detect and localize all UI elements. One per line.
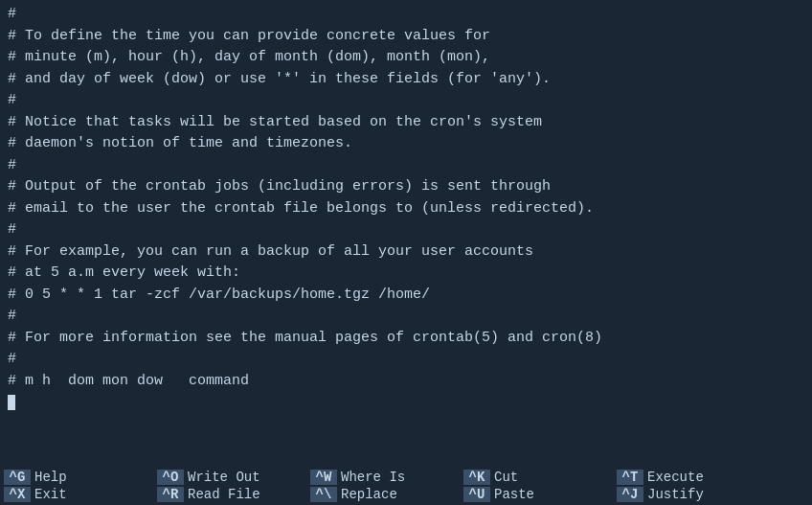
editor-line-0: # xyxy=(8,4,804,26)
shortcut-label: Write Out xyxy=(188,470,260,485)
editor-line-5: # Notice that tasks will be started base… xyxy=(8,112,804,134)
shortcut-key: ^U xyxy=(463,487,490,502)
shortcut-item-cut[interactable]: ^KCut xyxy=(460,469,613,486)
editor-line-2: # minute (m), hour (h), day of month (do… xyxy=(8,47,804,69)
editor-line-4: # xyxy=(8,90,804,112)
editor-line-8: # Output of the crontab jobs (including … xyxy=(8,176,804,198)
shortcut-label: Execute xyxy=(647,470,704,485)
editor-line-6: # daemon's notion of time and timezones. xyxy=(8,133,804,155)
editor-line-15: # For more information see the manual pa… xyxy=(8,328,804,350)
shortcut-key: ^J xyxy=(617,487,643,502)
shortcut-label: Help xyxy=(34,470,67,485)
editor-line-1: # To define the time you can provide con… xyxy=(8,26,804,48)
shortcut-item-execute[interactable]: ^TExecute xyxy=(613,469,766,486)
shortcut-key: ^O xyxy=(157,470,184,485)
editor-line-18 xyxy=(8,392,804,414)
editor-line-11: # For example, you can run a backup of a… xyxy=(8,241,804,264)
shortcut-row-2: ^XExit^RRead File^\Replace^UPaste^JJusti… xyxy=(0,486,812,503)
shortcut-bar: ^GHelp^OWrite Out^WWhere Is^KCut^TExecut… xyxy=(0,467,812,505)
shortcut-label: Cut xyxy=(494,470,518,485)
shortcut-key: ^K xyxy=(463,470,490,485)
shortcut-item-write-out[interactable]: ^OWrite Out xyxy=(153,469,306,486)
shortcut-row-1: ^GHelp^OWrite Out^WWhere Is^KCut^TExecut… xyxy=(0,469,812,486)
editor-line-17: # m h dom mon dow command xyxy=(8,371,804,393)
shortcut-key: ^W xyxy=(310,470,337,485)
shortcut-key: ^\ xyxy=(310,487,337,502)
shortcut-item-paste[interactable]: ^UPaste xyxy=(460,486,613,503)
shortcut-label: Where Is xyxy=(341,470,405,485)
editor-line-14: # xyxy=(8,306,804,328)
shortcut-label: Replace xyxy=(341,487,397,502)
shortcut-item-replace[interactable]: ^\Replace xyxy=(306,486,460,503)
shortcut-key: ^T xyxy=(617,470,643,485)
shortcut-item-help[interactable]: ^GHelp xyxy=(0,469,153,486)
shortcut-label: Read File xyxy=(188,487,260,502)
editor-line-12: # at 5 a.m every week with: xyxy=(8,263,804,285)
editor-area[interactable]: ## To define the time you can provide co… xyxy=(0,0,812,467)
shortcut-item-where-is[interactable]: ^WWhere Is xyxy=(306,469,460,486)
shortcut-label: Justify xyxy=(647,487,704,502)
shortcut-key: ^R xyxy=(157,487,184,502)
shortcut-label: Exit xyxy=(34,487,67,502)
shortcut-key: ^X xyxy=(4,487,31,502)
shortcut-label: Paste xyxy=(494,487,534,502)
editor-line-13: # 0 5 * * 1 tar -zcf /var/backups/home.t… xyxy=(8,285,804,307)
editor-line-7: # xyxy=(8,155,804,177)
shortcut-item-exit[interactable]: ^XExit xyxy=(0,486,153,503)
editor-line-3: # and day of week (dow) or use '*' in th… xyxy=(8,69,804,91)
editor-line-16: # xyxy=(8,349,804,371)
editor-line-9: # email to the user the crontab file bel… xyxy=(8,198,804,220)
editor-line-10: # xyxy=(8,219,804,241)
shortcut-item-read-file[interactable]: ^RRead File xyxy=(153,486,306,503)
shortcut-item-justify[interactable]: ^JJustify xyxy=(613,486,766,503)
shortcut-key: ^G xyxy=(4,470,31,485)
